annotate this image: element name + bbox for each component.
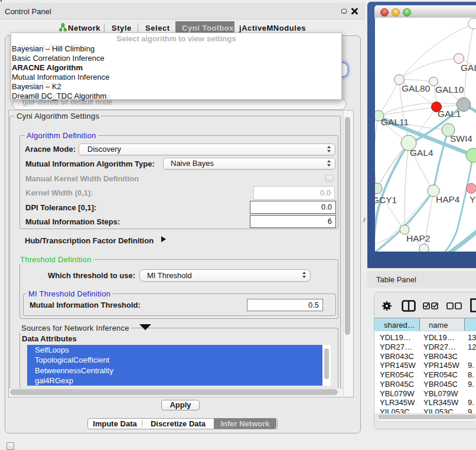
svg-text:GAL7: GAL7 bbox=[461, 63, 476, 73]
svg-text:GAL1: GAL1 bbox=[438, 109, 461, 119]
svg-text:YM: YM bbox=[470, 194, 476, 204]
svg-text:GAL80: GAL80 bbox=[402, 83, 431, 93]
svg-text:GAL11: GAL11 bbox=[381, 117, 409, 127]
svg-text:HAP4: HAP4 bbox=[436, 194, 460, 204]
svg-text:GAL10: GAL10 bbox=[435, 84, 464, 94]
svg-text:GAL4: GAL4 bbox=[410, 148, 433, 158]
svg-text:SWI4: SWI4 bbox=[450, 133, 472, 144]
svg-text:HAP2: HAP2 bbox=[406, 233, 431, 243]
svg-text:GCY1: GCY1 bbox=[375, 195, 397, 205]
